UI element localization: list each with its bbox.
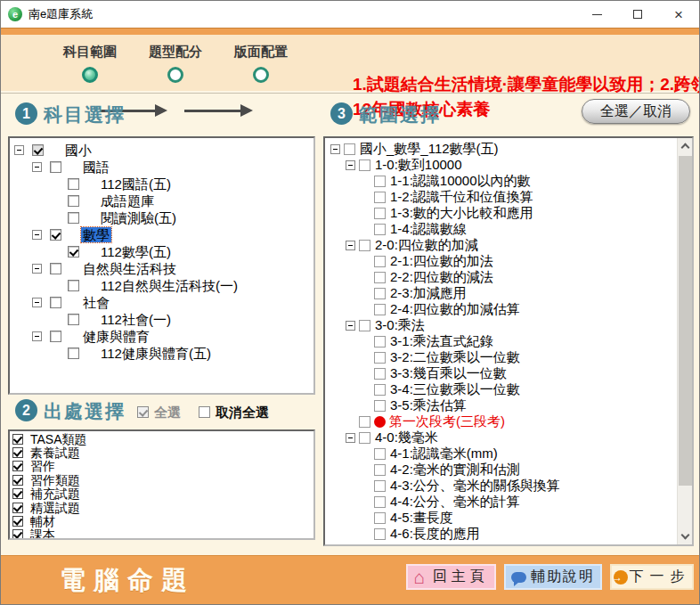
tree-row[interactable]: 4-5:畫長度 [325, 510, 677, 526]
tree-collapse-icon[interactable] [32, 331, 42, 341]
tree-checkbox[interactable] [68, 246, 79, 258]
tree-checkbox[interactable] [344, 143, 355, 155]
scrollbar-thumb[interactable] [679, 156, 692, 486]
source-checkbox[interactable] [12, 434, 23, 445]
tree-row[interactable]: 112社會(一) [10, 311, 313, 328]
tree-item-label[interactable]: 數學 [81, 227, 111, 242]
toggle-all-button[interactable]: 全選／取消 [582, 99, 690, 124]
tree-item-label[interactable]: 112國語(五) [99, 176, 173, 192]
tree-checkbox[interactable] [359, 416, 370, 428]
tree-row[interactable]: 數學 [10, 226, 313, 243]
tree-row[interactable]: 3-0:乘法 [325, 317, 677, 333]
tree-checkbox[interactable] [374, 352, 386, 364]
tree-row[interactable]: 112數學(五) [10, 243, 313, 260]
tree-checkbox[interactable] [374, 384, 386, 396]
source-checkbox[interactable] [12, 475, 23, 486]
tree-collapse-icon[interactable] [346, 160, 355, 170]
tree-row[interactable]: 2-0:四位數的加減 [325, 237, 677, 253]
list-item[interactable]: 補充試題 [12, 487, 313, 501]
tree-checkbox[interactable] [68, 314, 79, 325]
list-item[interactable]: 習作 [12, 460, 313, 473]
tree-item-label[interactable]: 第一次段考(三段考) [387, 413, 507, 429]
tree-row[interactable]: 3-3:幾百乘以一位數 [325, 365, 677, 381]
tree-checkbox[interactable] [50, 263, 61, 274]
tree-checkbox[interactable] [68, 212, 79, 224]
tree-row[interactable]: 1-0:數到10000 [325, 157, 677, 173]
deselect-all-checkbox[interactable] [199, 406, 210, 418]
tree-item-label[interactable]: 成語題庫 [99, 193, 156, 208]
tree-checkbox[interactable] [50, 229, 61, 241]
tree-item-label[interactable]: 112健康與體育(五) [99, 346, 213, 361]
tree-collapse-icon[interactable] [14, 145, 24, 155]
tree-row[interactable]: 4-4:公分、毫米的計算 [325, 494, 677, 510]
list-item[interactable]: 課本 [12, 528, 313, 540]
list-item[interactable]: 精選試題 [12, 501, 313, 514]
tree-collapse-icon[interactable] [346, 433, 355, 443]
tree-item-label[interactable]: 112自然與生活科技(一) [99, 278, 240, 293]
tree-item-label[interactable]: 健康與體育 [81, 329, 151, 344]
tree-item-label[interactable]: 閱讀測驗(五) [99, 210, 178, 225]
tree-checkbox[interactable] [68, 280, 79, 291]
tree-row[interactable]: 112健康與體育(五) [10, 345, 313, 362]
tree-item-label[interactable]: 3-3:幾百乘以一位數 [388, 365, 509, 380]
tree-checkbox[interactable] [374, 192, 386, 203]
tree-checkbox[interactable] [374, 448, 386, 460]
tree-item-label[interactable]: 國小 [63, 143, 94, 158]
tree-item-label[interactable]: 2-4:四位數的加減估算 [388, 301, 522, 316]
tree-checkbox[interactable] [68, 178, 79, 190]
tree-checkbox[interactable] [32, 144, 44, 156]
tree-checkbox[interactable] [374, 304, 386, 315]
tree-item-label[interactable]: 國語 [81, 159, 111, 175]
tree-item-label[interactable]: 3-2:二位數乘以一位數 [388, 349, 522, 364]
tree-checkbox[interactable] [374, 400, 386, 412]
tree-checkbox[interactable] [359, 240, 370, 251]
close-button[interactable]: × [658, 1, 699, 28]
tree-item-label[interactable]: 2-3:加減應用 [388, 285, 468, 300]
tree-row[interactable]: 3-5:乘法估算 [325, 397, 677, 413]
home-button[interactable]: ⌂ 回主頁 [406, 564, 496, 590]
tree-row[interactable]: 4-2:毫米的實測和估測 [325, 462, 677, 478]
tree-item-label[interactable]: 3-1:乘法直式紀錄 [388, 333, 495, 348]
tree-checkbox[interactable] [50, 331, 61, 342]
tree-row[interactable]: 國小 [10, 142, 313, 159]
tree-row[interactable]: 3-1:乘法直式紀錄 [325, 333, 677, 349]
tree-checkbox[interactable] [50, 161, 61, 173]
tree-item-label[interactable]: 112數學(五) [99, 244, 173, 259]
tree-row[interactable]: 1-2:認識千位和位值換算 [325, 189, 677, 205]
tree-collapse-icon[interactable] [32, 162, 42, 172]
tree-item-label[interactable]: 4-6:長度的應用 [388, 526, 482, 541]
tree-checkbox[interactable] [374, 224, 386, 235]
tree-item-label[interactable]: 2-2:四位數的減法 [388, 269, 495, 284]
tree-checkbox[interactable] [50, 297, 61, 308]
tree-row[interactable]: 國語 [10, 159, 313, 176]
tree-row[interactable]: 1-1:認識10000以內的數 [325, 173, 677, 189]
maximize-button[interactable] [617, 1, 658, 28]
tree-checkbox[interactable] [374, 272, 386, 283]
source-checkbox[interactable] [12, 447, 23, 458]
tree-item-label[interactable]: 1-0:數到10000 [373, 157, 464, 172]
minimize-button[interactable] [576, 1, 617, 28]
tree-row[interactable]: 3-2:二位數乘以一位數 [325, 349, 677, 365]
tree-checkbox[interactable] [374, 176, 386, 187]
select-all-checkbox[interactable] [137, 406, 149, 418]
tree-row[interactable]: 自然與生活科技 [10, 260, 313, 277]
tree-checkbox[interactable] [374, 512, 386, 524]
tree-item-label[interactable]: 3-5:乘法估算 [388, 397, 468, 413]
tree-checkbox[interactable] [374, 496, 386, 508]
tree-item-label[interactable]: 4-3:公分、毫米的關係與換算 [388, 478, 562, 493]
tree-collapse-icon[interactable] [32, 298, 42, 307]
tree-checkbox[interactable] [374, 368, 386, 380]
list-item[interactable]: 輔材 [12, 514, 313, 527]
tree-row[interactable]: 4-1:認識毫米(mm) [325, 446, 677, 462]
tree-item-label[interactable]: 1-1:認識10000以內的數 [388, 173, 533, 188]
next-button[interactable]: → 下一步 [610, 564, 694, 590]
tree-row[interactable]: 國小_數學_112數學(五) [325, 141, 677, 157]
tree-checkbox[interactable] [359, 159, 370, 171]
tree-row[interactable]: 2-3:加減應用 [325, 285, 677, 301]
tree-item-label[interactable]: 4-5:畫長度 [388, 510, 455, 525]
source-checkbox[interactable] [12, 516, 23, 527]
tree-checkbox[interactable] [374, 256, 386, 267]
scroll-up-icon[interactable] [681, 143, 690, 152]
source-checkbox[interactable] [12, 503, 23, 513]
tree-item-label[interactable]: 2-1:四位數的加法 [388, 253, 495, 268]
